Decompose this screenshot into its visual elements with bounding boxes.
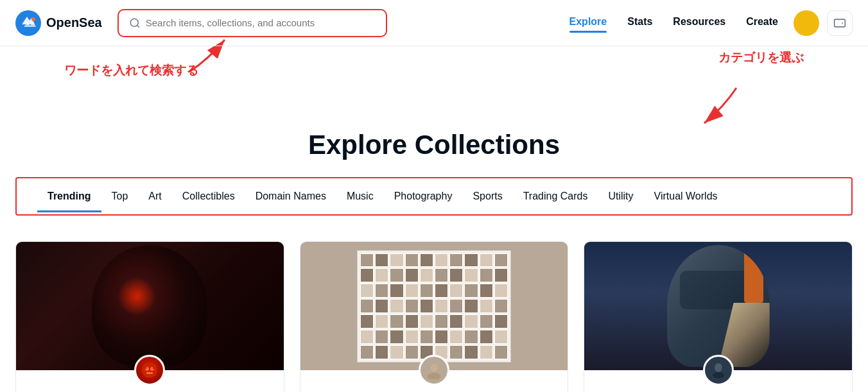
card-3-image — [584, 242, 852, 370]
logo[interactable]: OpenSea — [15, 10, 102, 36]
svg-point-2 — [130, 19, 138, 26]
card-2-avatar-wrap — [300, 355, 568, 386]
annotation-area: ワードを入れて検索する カテゴリを選ぶ — [0, 46, 868, 117]
svg-point-6 — [142, 362, 157, 378]
card-3-avatar — [703, 355, 734, 386]
red-glow — [117, 277, 156, 316]
annotation-right-text: カテゴリを選ぶ — [718, 49, 804, 66]
card-2-avatar — [419, 355, 449, 386]
cards-grid: MegaWobs by Wobble... by MegaWobs — [0, 226, 868, 392]
photo-wall — [357, 250, 511, 362]
header: OpenSea Explore Stats Resources Create — [0, 0, 868, 46]
card-1-info: MegaWobs by Wobble... by MegaWobs — [16, 386, 284, 392]
tab-trending[interactable]: Trending — [37, 180, 101, 212]
card-shrapnel[interactable]: Shrapnel Operators Co... ✓ by PlayShrapn… — [584, 241, 853, 392]
svg-point-1 — [31, 17, 35, 21]
card-megawobs[interactable]: MegaWobs by Wobble... by MegaWobs — [15, 241, 284, 392]
search-icon — [129, 17, 141, 29]
svg-point-12 — [430, 364, 438, 371]
tab-music[interactable]: Music — [336, 180, 384, 212]
svg-point-13 — [428, 373, 440, 379]
card-2-info: Justin Aversano - Twin... ✓ by justinave… — [300, 386, 568, 392]
category-tabs: Trending Top Art Collectibles Domain Nam… — [15, 177, 853, 216]
tab-trading-cards[interactable]: Trading Cards — [513, 180, 598, 212]
card-2-image — [300, 242, 568, 370]
annotation-left-text: ワードを入れて検索する — [64, 62, 198, 79]
svg-point-16 — [713, 372, 724, 379]
search-bar[interactable] — [117, 9, 387, 37]
card-1-avatar — [134, 355, 165, 386]
nav-explore[interactable]: Explore — [569, 16, 607, 30]
dark-figure — [92, 245, 207, 367]
wallet-icon — [833, 17, 846, 30]
card-justin-aversano[interactable]: Justin Aversano - Twin... ✓ by justinave… — [300, 241, 569, 392]
nav-stats[interactable]: Stats — [627, 16, 652, 30]
header-actions — [794, 10, 853, 36]
soldier-avatar-icon — [709, 361, 727, 379]
card-3-info: Shrapnel Operators Co... ✓ by PlayShrapn… — [584, 386, 852, 392]
orange-straps — [744, 251, 763, 303]
robot-icon — [141, 361, 159, 379]
svg-rect-10 — [144, 366, 146, 369]
nav-links: Explore Stats Resources Create — [569, 16, 778, 30]
tab-collectibles[interactable]: Collectibles — [172, 180, 245, 212]
tab-photography[interactable]: Photography — [384, 180, 463, 212]
soldier-helmet — [667, 245, 770, 367]
person-icon — [425, 361, 443, 379]
svg-rect-11 — [153, 366, 155, 369]
tab-virtual-worlds[interactable]: Virtual Worlds — [644, 180, 728, 212]
card-1-image — [16, 242, 284, 370]
card-1-avatar-wrap — [16, 355, 284, 386]
avatar[interactable] — [794, 10, 819, 36]
svg-point-15 — [715, 363, 722, 372]
nav-resources[interactable]: Resources — [673, 16, 725, 30]
card-3-avatar-wrap — [584, 355, 852, 386]
search-input[interactable] — [146, 17, 376, 28]
svg-rect-3 — [835, 19, 846, 27]
wallet-button[interactable] — [827, 10, 853, 36]
tab-domain-names[interactable]: Domain Names — [245, 180, 336, 212]
svg-rect-9 — [146, 372, 153, 374]
logo-text: OpenSea — [46, 15, 102, 30]
tab-art[interactable]: Art — [138, 180, 171, 212]
tab-sports[interactable]: Sports — [462, 180, 512, 212]
opensea-logo-icon — [15, 10, 41, 36]
nav-create[interactable]: Create — [746, 16, 778, 30]
arrow-right-icon — [691, 81, 743, 133]
tab-utility[interactable]: Utility — [598, 180, 643, 212]
tab-top[interactable]: Top — [101, 180, 139, 212]
